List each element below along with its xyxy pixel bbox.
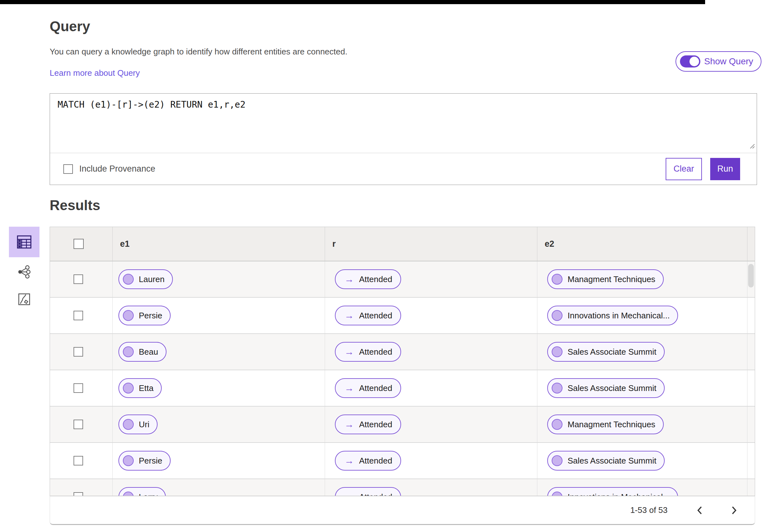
entity-pill-e1[interactable]: Etta [118, 378, 162, 398]
entity-pill-e2[interactable]: Sales Associate Summit [547, 378, 665, 398]
vertical-scrollbar[interactable] [748, 264, 754, 287]
show-query-label: Show Query [704, 56, 753, 67]
entity-pill-e1[interactable]: Larry [118, 487, 166, 496]
entity-node-icon [123, 491, 134, 496]
table-row: Etta → Attended Sales Associate Summit [50, 370, 755, 407]
relation-arrow-icon: → [344, 383, 354, 394]
entity-node-icon [123, 346, 134, 357]
view-switcher-graph[interactable] [15, 263, 33, 281]
relation-arrow-icon: → [344, 491, 354, 496]
query-page: Query You can query a knowledge graph to… [0, 0, 764, 532]
pagination-next-button[interactable] [727, 502, 741, 518]
include-provenance-checkbox[interactable] [63, 164, 73, 174]
row-checkbox[interactable] [74, 274, 83, 284]
entity-pill-e1[interactable]: Persie [118, 306, 171, 325]
row-checkbox[interactable] [74, 311, 83, 320]
clear-button[interactable]: Clear [666, 158, 702, 180]
entity-pill-e2[interactable]: Sales Associate Summit [547, 451, 665, 470]
entity-pill-e2[interactable]: Innovations in Mechanical... [547, 487, 678, 496]
pagination-bar: 1-53 of 53 [50, 496, 755, 525]
entity-node-icon [123, 383, 134, 394]
relation-arrow-icon: → [344, 419, 354, 430]
relation-pill[interactable]: → Attended [335, 415, 401, 434]
results-title: Results [50, 197, 100, 213]
relation-pill[interactable]: → Attended [335, 378, 401, 398]
row-checkbox[interactable] [74, 492, 83, 496]
relation-arrow-icon: → [344, 346, 354, 357]
entity-node-icon [552, 274, 562, 284]
table-view-icon [17, 235, 32, 249]
column-header-r[interactable]: r [325, 227, 537, 261]
table-row: Beau → Attended Sales Associate Summit [50, 334, 755, 370]
relation-pill[interactable]: → Attended [335, 487, 401, 496]
table-row: Uri → Attended Managment Techniques [50, 407, 755, 443]
entity-pill-e1[interactable]: Persie [118, 451, 171, 470]
entity-node-icon [552, 383, 562, 394]
relation-arrow-icon: → [344, 310, 354, 321]
entity-pill-e1[interactable]: Uri [118, 415, 158, 434]
entity-node-icon [552, 346, 562, 357]
relation-pill[interactable]: → Attended [335, 342, 401, 362]
table-body: Lauren → Attended Managment Techniques [50, 262, 755, 496]
table-row: Persie → Attended Sales Associate Summit [50, 443, 755, 479]
entity-node-icon [123, 419, 134, 430]
row-checkbox[interactable] [74, 420, 83, 429]
query-editor-footer: Include Provenance Clear Run [50, 153, 757, 185]
entity-node-icon [123, 310, 134, 321]
chevron-left-icon [696, 506, 703, 515]
relation-arrow-icon: → [344, 274, 354, 284]
relation-pill[interactable]: → Attended [335, 306, 401, 325]
toggle-on-icon[interactable] [680, 56, 700, 68]
entity-node-icon [123, 455, 134, 466]
relation-arrow-icon: → [344, 455, 354, 466]
map-view-icon [18, 293, 30, 305]
entity-pill-e1[interactable]: Lauren [118, 269, 173, 289]
entity-pill-e2[interactable]: Managment Techniques [547, 269, 664, 289]
entity-pill-e2[interactable]: Managment Techniques [547, 415, 664, 434]
page-description: You can query a knowledge graph to ident… [50, 47, 347, 57]
entity-node-icon [552, 491, 562, 496]
select-all-checkbox[interactable] [74, 239, 84, 249]
run-button[interactable]: Run [710, 158, 740, 180]
entity-pill-e1[interactable]: Beau [118, 342, 166, 362]
table-row: Larry → Attended Innovations in Mechanic… [50, 479, 755, 496]
pagination-range-label: 1-53 of 53 [630, 505, 668, 515]
query-editor: MATCH (e1)-[r]->(e2) RETURN e1,r,e2 Incl… [50, 93, 757, 185]
view-switcher-table-selected[interactable] [9, 227, 40, 257]
entity-node-icon [123, 274, 134, 284]
chevron-right-icon [731, 506, 737, 515]
query-textarea[interactable]: MATCH (e1)-[r]->(e2) RETURN e1,r,e2 [58, 99, 744, 110]
include-provenance-label: Include Provenance [79, 164, 155, 174]
relation-pill[interactable]: → Attended [335, 269, 401, 289]
graph-view-icon [18, 265, 31, 278]
pagination-prev-button[interactable] [692, 502, 707, 518]
column-header-e2[interactable]: e2 [537, 227, 747, 261]
entity-node-icon [552, 310, 562, 321]
table-row: Lauren → Attended Managment Techniques [50, 262, 755, 298]
show-query-toggle-button[interactable]: Show Query [675, 51, 761, 72]
results-table: e1 r e2 Lauren → Attended [50, 227, 755, 496]
entity-node-icon [552, 455, 562, 466]
entity-pill-e2[interactable]: Innovations in Mechanical... [547, 306, 678, 325]
resize-handle-icon[interactable] [748, 142, 755, 149]
row-checkbox[interactable] [74, 383, 83, 393]
entity-pill-e2[interactable]: Sales Associate Summit [547, 342, 665, 362]
column-header-e1[interactable]: e1 [112, 227, 325, 261]
top-window-bar [0, 0, 705, 4]
learn-more-link[interactable]: Learn more about Query [50, 68, 140, 78]
select-all-cell [50, 227, 112, 261]
row-checkbox[interactable] [74, 456, 83, 465]
relation-pill[interactable]: → Attended [335, 451, 401, 470]
table-row: Persie → Attended Innovations in Mechani… [50, 298, 755, 334]
row-checkbox[interactable] [74, 347, 83, 357]
view-switcher-map[interactable] [16, 291, 33, 307]
table-header-row: e1 r e2 [50, 227, 755, 262]
entity-node-icon [552, 419, 562, 430]
page-title: Query [50, 19, 90, 34]
